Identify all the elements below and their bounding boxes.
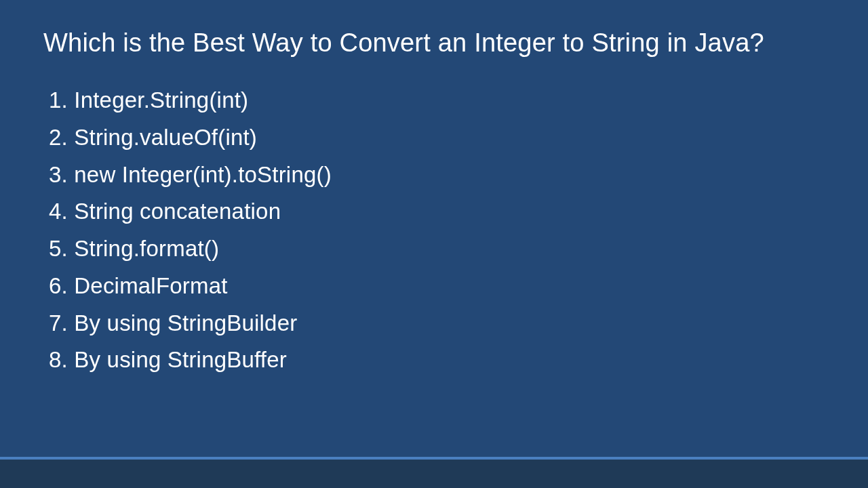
list-item: new Integer(int).toString() [49,157,825,194]
list-item: String.valueOf(int) [49,119,825,157]
list-item: DecimalFormat [49,268,825,305]
slide-title: Which is the Best Way to Convert an Inte… [43,28,825,58]
slide: Which is the Best Way to Convert an Inte… [0,0,868,488]
list-item: By using StringBuilder [49,305,825,342]
list-item: Integer.String(int) [49,82,825,119]
slide-list: Integer.String(int) String.valueOf(int) … [43,82,825,379]
footer-band [0,460,868,488]
list-item: String concatenation [49,193,825,230]
list-item: String.format() [49,230,825,268]
list-item: By using StringBuffer [49,342,825,379]
